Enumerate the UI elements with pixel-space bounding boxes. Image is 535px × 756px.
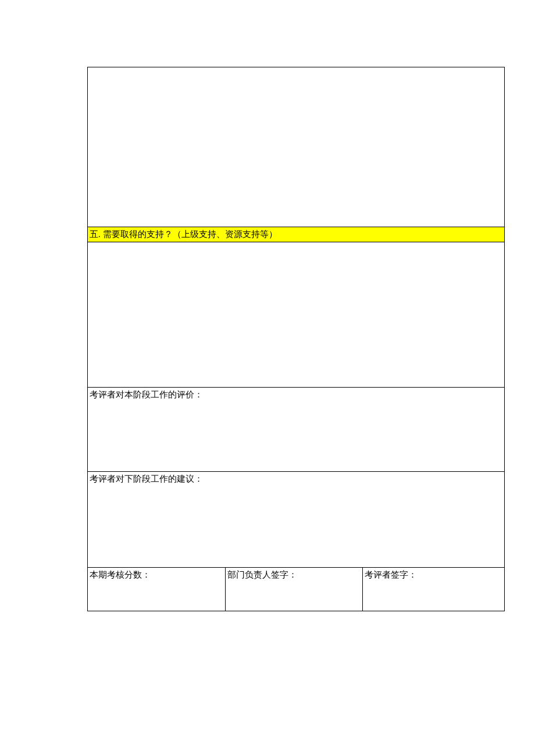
score-cell: 本期考核分数： [88, 568, 226, 611]
dept-sign-label: 部门负责人签字： [227, 570, 297, 579]
support-needed-header: 五. 需要取得的支持？（上级支持、资源支持等） [88, 227, 505, 242]
support-needed-content [88, 242, 505, 388]
blank-section-top [88, 67, 505, 227]
evaluator-next-label: 考评者对下阶段工作的建议： [90, 474, 203, 483]
evaluator-current-cell: 考评者对本阶段工作的评价： [88, 388, 505, 472]
evaluation-form-table: 五. 需要取得的支持？（上级支持、资源支持等） 考评者对本阶段工作的评价： 考评… [87, 67, 505, 611]
evaluator-sign-cell: 考评者签字： [363, 568, 505, 611]
score-label: 本期考核分数： [90, 570, 151, 579]
evaluator-current-label: 考评者对本阶段工作的评价： [90, 390, 203, 399]
support-needed-label: 五. 需要取得的支持？（上级支持、资源支持等） [90, 230, 277, 239]
evaluator-sign-label: 考评者签字： [365, 570, 417, 579]
dept-sign-cell: 部门负责人签字： [225, 568, 363, 611]
evaluator-next-cell: 考评者对下阶段工作的建议： [88, 472, 505, 568]
